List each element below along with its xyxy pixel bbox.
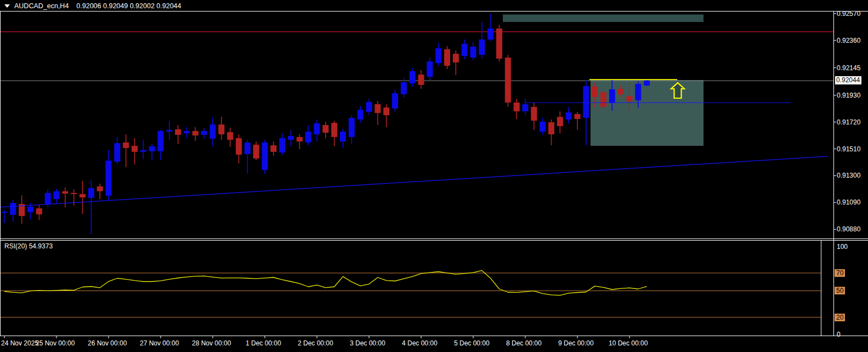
candle-body (88, 188, 94, 198)
date-axis-label: 26 Nov 00:00 (88, 339, 127, 347)
candle (262, 140, 268, 174)
candle-body (566, 112, 572, 120)
candle-body (305, 132, 311, 143)
candle (566, 107, 572, 123)
candle (331, 121, 337, 146)
rsi-level-tag: 70 (835, 269, 845, 277)
candle-body (418, 75, 424, 85)
candle-body (557, 117, 563, 126)
symbol-dropdown-icon[interactable] (4, 4, 10, 8)
candle (479, 22, 485, 59)
candle-body (279, 138, 285, 152)
candle (557, 111, 563, 133)
candle (184, 127, 190, 138)
candle-body (36, 208, 42, 214)
candle-body (114, 143, 120, 162)
candle-body (366, 102, 372, 112)
candle (410, 68, 416, 87)
candle-body (514, 103, 520, 111)
candle (288, 130, 294, 146)
price-axis-label: 0.92360 (837, 37, 860, 44)
candle-body (132, 146, 138, 152)
candle (209, 117, 215, 146)
candle-body (401, 82, 407, 94)
candle-body (53, 191, 59, 199)
candle-body (236, 138, 242, 155)
candle-body (157, 131, 163, 151)
chart-title-bar: AUDCAD_ecn,H4 0.92006 0.92049 0.92002 0.… (4, 2, 181, 10)
candle-body (218, 124, 224, 134)
candle-body (609, 89, 615, 103)
date-axis-label: 27 Nov 00:00 (140, 339, 179, 347)
candle-body (349, 118, 355, 137)
candle-body (626, 96, 632, 101)
price-axis-label: 0.90880 (837, 225, 860, 233)
mt4-chart-window: AUDCAD_ecn,H4 0.92006 0.92049 0.92002 0.… (0, 0, 868, 352)
rsi-level-tag: 50 (835, 287, 845, 294)
candle-body (505, 58, 511, 103)
candle (253, 141, 259, 160)
candle (340, 129, 346, 148)
candle-body (583, 86, 589, 118)
date-axis-label: 1 Dec 00:00 (246, 339, 281, 347)
demand-zone-rect[interactable] (591, 80, 704, 146)
candle (470, 42, 476, 60)
candle-body (322, 125, 328, 133)
candle (123, 134, 129, 167)
candle-body (62, 191, 68, 194)
candle-body (644, 81, 650, 86)
candle (358, 106, 364, 123)
rsi-indicator-label: RSI(20) 54.9373 (4, 242, 53, 250)
date-axis-label: 3 Dec 00:00 (350, 339, 385, 347)
candle-body (462, 44, 468, 56)
candle (279, 133, 285, 155)
candle (297, 134, 303, 149)
candle-body (80, 194, 86, 197)
price-axis-label: 0.91930 (837, 92, 860, 99)
candle (140, 140, 146, 159)
candle (2, 210, 8, 223)
candle-body (392, 93, 398, 109)
ohlc-quote-label: 0.92006 0.92049 0.92002 0.92044 (76, 2, 181, 10)
candle (270, 141, 276, 156)
candle-body (149, 146, 155, 151)
candle-body (479, 39, 485, 55)
candle (132, 138, 138, 164)
candle-body (209, 124, 215, 139)
candle (435, 43, 441, 66)
candle (644, 80, 650, 86)
candle (88, 180, 94, 234)
candle (149, 144, 155, 161)
supply-zone-rect[interactable] (503, 14, 704, 22)
candle-body (470, 47, 476, 58)
candle-body (175, 129, 181, 135)
candle-body (227, 132, 233, 140)
candle-body (27, 207, 33, 212)
candle-body (71, 193, 77, 194)
date-axis-label: 4 Dec 00:00 (402, 339, 438, 347)
price-axis-label: 0.91090 (837, 198, 860, 206)
rsi-axis-label: 100 (837, 243, 848, 251)
candle-body (184, 131, 190, 133)
candle-body (618, 89, 624, 94)
candle-body (487, 29, 493, 39)
ascending-trendline[interactable] (0, 156, 828, 207)
candle-body (245, 143, 251, 154)
candle (218, 117, 224, 140)
candle-body (522, 104, 528, 111)
candle-body (548, 122, 554, 134)
candle (236, 134, 242, 163)
candle-body (592, 87, 598, 97)
candle-body (201, 131, 207, 135)
candle (496, 25, 502, 61)
chart-canvas[interactable] (0, 0, 868, 352)
candle-body (192, 131, 198, 135)
candle (375, 101, 381, 125)
candle (418, 70, 424, 89)
candle-body (105, 161, 111, 196)
candle (157, 130, 163, 160)
date-axis-label: 10 Dec 00:00 (609, 339, 648, 347)
price-axis-label: 0.92570 (837, 10, 860, 18)
candle-body (444, 49, 450, 66)
candle (105, 150, 111, 200)
